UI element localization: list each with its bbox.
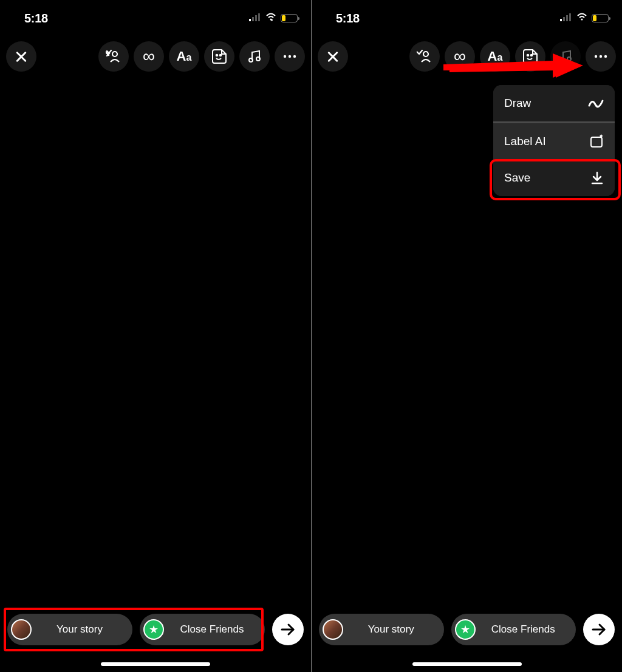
text-icon: Aa	[488, 49, 503, 64]
close-button[interactable]	[318, 41, 348, 72]
tag-people-button[interactable]	[98, 41, 129, 72]
close-friends-button[interactable]: ★ Close Friends	[451, 614, 576, 645]
more-button[interactable]	[586, 41, 616, 72]
svg-point-24	[600, 55, 602, 58]
close-icon	[326, 50, 340, 63]
editor-toolbar: ∞ Aa	[0, 30, 311, 72]
status-indicators: 8	[560, 13, 609, 24]
svg-rect-15	[566, 15, 568, 21]
close-friends-button[interactable]: ★ Close Friends	[140, 614, 265, 645]
status-bar: 5:18 8	[0, 0, 311, 30]
close-icon	[15, 50, 28, 63]
star-icon: ★	[143, 619, 164, 640]
battery-icon: 8	[592, 14, 609, 22]
sticker-button[interactable]	[515, 41, 545, 72]
menu-item-label-ai[interactable]: Label AI	[493, 123, 615, 160]
send-button[interactable]	[272, 614, 304, 645]
svg-point-11	[289, 55, 291, 58]
svg-point-9	[256, 57, 260, 61]
home-indicator	[101, 662, 210, 666]
your-story-button[interactable]: Your story	[7, 614, 132, 645]
music-button[interactable]	[550, 41, 581, 72]
svg-rect-0	[249, 19, 251, 21]
svg-point-22	[567, 57, 571, 61]
svg-point-19	[527, 55, 529, 56]
svg-rect-2	[255, 15, 257, 21]
svg-rect-27	[591, 137, 602, 147]
wifi-icon	[576, 13, 588, 24]
text-button[interactable]: Aa	[480, 41, 510, 72]
your-story-label: Your story	[350, 623, 432, 636]
boomerang-button[interactable]: ∞	[445, 41, 475, 72]
svg-point-5	[112, 52, 117, 56]
sticker-button[interactable]	[204, 41, 234, 72]
phone-right: 5:18 8 ∞ Aa	[311, 0, 622, 672]
status-time: 5:18	[24, 12, 48, 25]
svg-point-12	[293, 55, 296, 58]
editor-toolbar: ∞ Aa	[312, 30, 622, 72]
svg-point-20	[531, 55, 533, 56]
menu-item-draw[interactable]: Draw	[493, 85, 615, 121]
arrow-right-icon	[591, 623, 607, 636]
svg-point-21	[560, 58, 564, 62]
battery-level: 8	[592, 14, 609, 22]
menu-draw-label: Draw	[504, 97, 531, 110]
svg-rect-14	[563, 17, 565, 21]
text-icon: Aa	[177, 49, 192, 64]
battery-icon: 8	[281, 14, 298, 22]
star-icon: ★	[455, 619, 476, 640]
svg-point-18	[423, 52, 428, 56]
svg-point-10	[284, 55, 286, 58]
tag-people-button[interactable]	[409, 41, 440, 72]
more-icon	[593, 55, 608, 58]
svg-rect-3	[258, 13, 260, 21]
tag-people-icon	[106, 49, 121, 64]
avatar	[323, 619, 343, 640]
svg-point-4	[270, 19, 272, 21]
music-icon	[558, 49, 573, 64]
menu-save-label: Save	[504, 171, 530, 185]
more-button[interactable]	[275, 41, 305, 72]
menu-item-save[interactable]: Save	[493, 160, 615, 196]
boomerang-button[interactable]: ∞	[134, 41, 164, 72]
menu-labelai-label: Label AI	[504, 135, 546, 148]
squiggle-icon	[588, 97, 604, 109]
more-menu: Draw Label AI Save	[493, 85, 615, 196]
music-button[interactable]	[239, 41, 270, 72]
svg-point-23	[595, 55, 597, 58]
svg-rect-16	[569, 13, 571, 21]
svg-point-17	[581, 19, 583, 21]
share-bar: Your story ★ Close Friends	[0, 614, 311, 645]
svg-point-7	[220, 55, 222, 56]
sticker-icon	[211, 48, 228, 65]
cellular-icon	[249, 13, 261, 24]
text-button[interactable]: Aa	[169, 41, 199, 72]
infinity-icon: ∞	[454, 47, 466, 66]
close-friends-label: Close Friends	[483, 623, 564, 636]
avatar	[11, 619, 32, 640]
download-icon	[590, 171, 604, 185]
share-bar: Your story ★ Close Friends	[312, 614, 622, 645]
tag-people-icon	[417, 49, 432, 64]
arrow-right-icon	[280, 623, 296, 636]
your-story-button[interactable]: Your story	[319, 614, 444, 645]
svg-point-6	[216, 55, 218, 56]
close-friends-label: Close Friends	[171, 623, 253, 636]
status-time: 5:18	[336, 12, 360, 25]
close-button[interactable]	[6, 41, 36, 72]
svg-rect-13	[560, 19, 562, 21]
home-indicator	[412, 662, 522, 666]
sticker-icon	[522, 48, 539, 65]
more-icon	[282, 55, 297, 58]
send-button[interactable]	[583, 614, 615, 645]
cellular-icon	[560, 13, 572, 24]
status-bar: 5:18 8	[312, 0, 622, 30]
status-indicators: 8	[249, 13, 298, 24]
music-icon	[247, 49, 262, 64]
label-ai-icon	[589, 134, 604, 149]
phone-left: 5:18 8 ∞ Aa	[0, 0, 311, 672]
svg-rect-1	[252, 17, 254, 21]
battery-level: 8	[281, 14, 298, 22]
wifi-icon	[265, 13, 277, 24]
svg-point-25	[604, 55, 607, 58]
